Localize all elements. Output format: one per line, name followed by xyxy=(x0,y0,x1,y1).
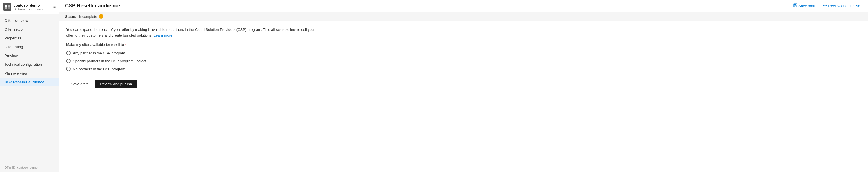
svg-rect-6 xyxy=(794,6,797,7)
sidebar-item-properties[interactable]: Properties xyxy=(0,34,59,43)
radio-specific-partners-input[interactable] xyxy=(66,59,71,63)
sidebar-item-offer-listing[interactable]: Offer listing xyxy=(0,43,59,51)
learn-more-link[interactable]: Learn more xyxy=(154,33,173,38)
save-draft-top-label: Save draft xyxy=(799,4,815,8)
review-publish-top-label: Review and publish xyxy=(828,4,860,8)
required-indicator: * xyxy=(125,43,126,47)
sidebar-footer-offer-id: Offer ID: contoso_demo xyxy=(0,163,59,172)
content-area: Status: Incomplete ! You can expand the … xyxy=(59,12,868,172)
sidebar-item-plan-overview[interactable]: Plan overview xyxy=(0,69,59,78)
description-text: You can expand the reach of your offer b… xyxy=(66,27,320,38)
sidebar-item-preview[interactable]: Preview xyxy=(0,51,59,60)
sidebar: contoso_demo Software as a Service ≡ Off… xyxy=(0,0,59,172)
sidebar-item-csp-reseller[interactable]: CSP Reseller audience xyxy=(0,78,59,87)
review-publish-top-button[interactable]: Review and publish xyxy=(821,2,862,9)
svg-rect-2 xyxy=(5,7,7,9)
section-label: Make my offer available for resell to* xyxy=(66,43,861,47)
button-row: Save draft Review and publish xyxy=(66,80,861,89)
sidebar-toggle-icon[interactable]: ≡ xyxy=(53,4,56,9)
sidebar-item-technical-configuration[interactable]: Technical configuration xyxy=(0,60,59,69)
publish-icon xyxy=(823,3,827,8)
radio-specific-partners-label: Specific partners in the CSP program I s… xyxy=(73,59,146,63)
status-label: Status: xyxy=(65,15,78,19)
radio-option-specific-partners[interactable]: Specific partners in the CSP program I s… xyxy=(66,59,861,63)
save-draft-top-button[interactable]: Save draft xyxy=(791,2,817,9)
svg-rect-3 xyxy=(8,7,10,9)
sidebar-header: contoso_demo Software as a Service ≡ xyxy=(0,0,59,14)
radio-option-any-partner[interactable]: Any partner in the CSP program xyxy=(66,51,861,55)
sidebar-nav: Offer overview Offer setup Properties Of… xyxy=(0,14,59,163)
sidebar-item-offer-overview[interactable]: Offer overview xyxy=(0,16,59,25)
status-value: Incomplete xyxy=(79,15,97,19)
sidebar-item-offer-setup[interactable]: Offer setup xyxy=(0,25,59,34)
radio-no-partners-label: No partners in the CSP program xyxy=(73,67,125,71)
content-body: You can expand the reach of your offer b… xyxy=(59,21,868,94)
radio-no-partners-input[interactable] xyxy=(66,67,71,71)
review-publish-button[interactable]: Review and publish xyxy=(95,80,137,89)
radio-group: Any partner in the CSP program Specific … xyxy=(66,51,861,71)
radio-option-no-partners[interactable]: No partners in the CSP program xyxy=(66,67,861,71)
page-title: CSP Reseller audience xyxy=(65,3,120,9)
radio-any-partner-input[interactable] xyxy=(66,51,71,55)
section-label-text: Make my offer available for resell to xyxy=(66,43,124,47)
app-subtitle: Software as a Service xyxy=(13,7,44,11)
save-draft-button[interactable]: Save draft xyxy=(66,80,92,89)
radio-any-partner-label: Any partner in the CSP program xyxy=(73,51,125,55)
top-bar-actions: Save draft Review and publish xyxy=(791,2,862,9)
svg-rect-5 xyxy=(794,4,796,5)
status-bar: Status: Incomplete ! xyxy=(59,12,868,21)
save-icon xyxy=(794,3,797,8)
app-name: contoso_demo xyxy=(13,3,44,7)
svg-rect-1 xyxy=(8,4,10,6)
top-bar: CSP Reseller audience Save draft xyxy=(59,0,868,12)
svg-rect-0 xyxy=(5,4,7,6)
main-content: CSP Reseller audience Save draft xyxy=(59,0,868,172)
status-incomplete-icon: ! xyxy=(99,14,103,19)
sidebar-app-info: contoso_demo Software as a Service xyxy=(13,3,44,11)
app-logo-icon xyxy=(3,3,11,11)
description-span: You can expand the reach of your offer b… xyxy=(66,27,315,38)
